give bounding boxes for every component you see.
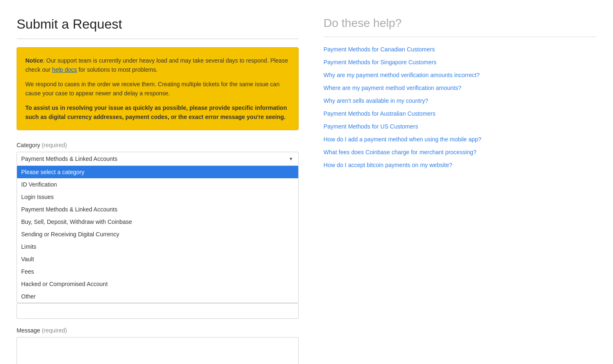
message-textarea[interactable] xyxy=(17,337,299,364)
help-links-list: Payment Methods for Canadian CustomersPa… xyxy=(324,45,596,170)
right-panel: Do these help? Payment Methods for Canad… xyxy=(324,17,596,364)
dropdown-item-buy-sell[interactable]: Buy, Sell, Deposit, Withdraw with Coinba… xyxy=(17,216,298,228)
notice-paragraph-2: We respond to cases in the order we rece… xyxy=(25,80,290,98)
message-label: Message (required) xyxy=(17,327,299,334)
dropdown-item-id-verification[interactable]: ID Verification xyxy=(17,178,298,191)
notice-box: Notice: Our support team is currently un… xyxy=(17,47,299,130)
dropdown-item-limits[interactable]: Limits xyxy=(17,240,298,253)
title-divider xyxy=(17,39,299,39)
link-verification-amounts[interactable]: Where are my payment method verification… xyxy=(324,84,596,92)
dropdown-item-sending-receiving[interactable]: Sending or Receiving Digital Currency xyxy=(17,228,298,240)
message-form-group: Message (required) xyxy=(17,327,299,364)
dropdown-item-fees[interactable]: Fees xyxy=(17,265,298,278)
right-title: Do these help? xyxy=(324,17,596,30)
right-divider xyxy=(324,36,596,37)
category-select-container: Payment Methods & Linked Accounts ▼ Plea… xyxy=(17,152,299,319)
category-required-hint: (required) xyxy=(42,142,67,148)
link-mobile[interactable]: How do I add a payment method when using… xyxy=(324,135,596,144)
dropdown-item-hacked[interactable]: Hacked or Compromised Account xyxy=(17,278,298,290)
left-panel: Submit a Request Notice: Our support tea… xyxy=(17,17,299,364)
dropdown-item-vault[interactable]: Vault xyxy=(17,253,298,265)
category-dropdown-list: Please select a category ID Verification… xyxy=(17,166,299,303)
help-docs-link[interactable]: help docs xyxy=(52,66,77,73)
message-required-hint: (required) xyxy=(42,327,67,334)
link-us[interactable]: Payment Methods for US Customers xyxy=(324,122,596,131)
link-verification-incorrect[interactable]: Why are my payment method verification a… xyxy=(324,71,596,80)
category-selected-text: Payment Methods & Linked Accounts xyxy=(17,152,284,165)
dropdown-item-please-select[interactable]: Please select a category xyxy=(17,166,298,178)
category-label: Category (required) xyxy=(17,142,299,148)
link-canadian[interactable]: Payment Methods for Canadian Customers xyxy=(324,45,596,54)
dropdown-item-payment-methods[interactable]: Payment Methods & Linked Accounts xyxy=(17,203,298,216)
link-sells[interactable]: Why aren't sells available in my country… xyxy=(324,97,596,105)
dropdown-item-other[interactable]: Other xyxy=(17,290,298,303)
category-extra-input[interactable] xyxy=(17,303,299,319)
page-title: Submit a Request xyxy=(17,17,299,32)
link-singapore[interactable]: Payment Methods for Singapore Customers xyxy=(324,58,596,67)
dropdown-item-login-issues[interactable]: Login Issues xyxy=(17,191,298,203)
notice-label: Notice xyxy=(25,57,43,64)
link-australian[interactable]: Payment Methods for Australian Customers xyxy=(324,109,596,118)
category-select-display-row[interactable]: Payment Methods & Linked Accounts ▼ xyxy=(17,152,299,166)
notice-paragraph-1: Notice: Our support team is currently un… xyxy=(25,56,290,75)
notice-text-1-post: for solutions to most problems. xyxy=(77,66,158,73)
category-form-group: Category (required) Payment Methods & Li… xyxy=(17,142,299,319)
link-bitcoin[interactable]: How do I accept bitcoin payments on my w… xyxy=(324,161,596,170)
link-fees[interactable]: What fees does Coinbase charge for merch… xyxy=(324,148,596,157)
notice-paragraph-3: To assist us in resolving your issue as … xyxy=(25,103,290,122)
category-dropdown-arrow[interactable]: ▼ xyxy=(284,153,298,165)
